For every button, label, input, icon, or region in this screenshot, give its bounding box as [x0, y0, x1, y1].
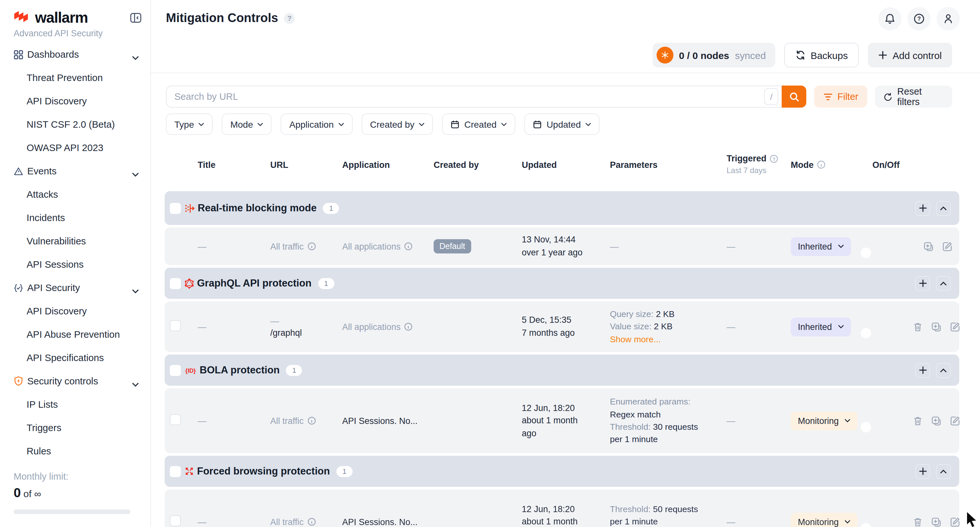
info-circle-icon[interactable]	[307, 416, 316, 425]
col-application: Application	[338, 160, 429, 169]
sidebar-item-rules[interactable]: Rules	[0, 439, 150, 463]
sidebar-item-api-discovery-2[interactable]: API Discovery	[0, 299, 150, 323]
sidebar-item-threat-prevention[interactable]: Threat Prevention	[0, 66, 150, 89]
sidebar-item-api-abuse-prevention[interactable]: API Abuse Prevention	[0, 323, 150, 346]
chevron-down-icon	[419, 122, 425, 126]
group-checkbox[interactable]	[170, 278, 181, 289]
question-circle-icon[interactable]: ?	[769, 154, 778, 163]
user-button[interactable]	[937, 7, 960, 30]
notifications-button[interactable]	[878, 7, 902, 30]
filter-application-dropdown[interactable]: Application	[281, 113, 353, 135]
mode-select[interactable]: Inherited	[791, 317, 851, 336]
delete-icon[interactable]	[913, 321, 923, 332]
chevron-down-icon	[132, 379, 139, 389]
info-circle-icon[interactable]	[404, 322, 413, 331]
calendar-icon	[451, 119, 460, 129]
search-button[interactable]	[782, 86, 806, 108]
info-circle-icon[interactable]	[404, 242, 413, 251]
controls-table: Real-time blocking mode 1 — All traffic	[165, 191, 959, 527]
sidebar-item-incidents[interactable]: Incidents	[0, 206, 150, 229]
sidebar-item-vulnerabilities[interactable]: Vulnerabilities	[0, 229, 150, 253]
group-collapse-button[interactable]	[936, 201, 951, 215]
filter-updated-dropdown[interactable]: Updated	[524, 113, 600, 135]
row-title: —	[193, 242, 266, 251]
sidebar-item-api-specifications[interactable]: API Specifications	[0, 346, 150, 369]
duplicate-icon[interactable]	[931, 321, 942, 332]
row-mode: Monitoring	[786, 513, 868, 527]
collapse-sidebar-icon[interactable]	[130, 12, 142, 24]
filter-type-dropdown[interactable]: Type	[166, 113, 213, 135]
group-header-bola: {ID} BOLA protection 1	[165, 355, 959, 386]
group-checkbox[interactable]	[170, 466, 181, 477]
edit-icon[interactable]	[950, 415, 961, 426]
row-checkbox[interactable]	[170, 320, 181, 331]
info-circle-icon[interactable]	[307, 242, 316, 251]
chevron-down-icon	[501, 122, 507, 126]
sidebar-item-api-security[interactable]: API Security	[0, 276, 150, 299]
filter-button[interactable]: Filter	[814, 86, 867, 108]
control-row-graphql: — — /graphql All applications 5 Dec, 15:…	[165, 301, 959, 352]
edit-icon[interactable]	[942, 241, 953, 252]
info-circle-icon[interactable]	[817, 160, 826, 169]
group-collapse-button[interactable]	[936, 464, 951, 479]
duplicate-icon[interactable]	[923, 241, 934, 252]
group-checkbox[interactable]	[170, 365, 181, 376]
nodes-synced-status[interactable]: 0 / 0 nodes synced	[652, 43, 775, 67]
row-checkbox[interactable]	[170, 414, 181, 425]
delete-icon[interactable]	[913, 415, 923, 426]
sidebar-item-events[interactable]: Events	[0, 159, 150, 183]
sidebar-item-nist-csf[interactable]: NIST CSF 2.0 (Beta)	[0, 113, 150, 136]
sidebar-item-api-sessions[interactable]: API Sessions	[0, 253, 150, 276]
mode-select[interactable]: Monitoring	[791, 411, 858, 430]
row-triggered: —	[722, 242, 786, 251]
chevron-up-icon	[940, 281, 947, 285]
row-mode: Monitoring	[786, 411, 868, 430]
sidebar-item-attacks[interactable]: Attacks	[0, 183, 150, 206]
filter-created-by-dropdown[interactable]: Created by	[362, 113, 433, 135]
group-add-button[interactable]	[915, 464, 930, 479]
graphql-icon	[184, 278, 194, 289]
brand-logo[interactable]: wallarm	[14, 9, 88, 27]
sidebar-item-security-controls[interactable]: Security controls	[0, 369, 150, 393]
sidebar-item-owasp-api[interactable]: OWASP API 2023	[0, 136, 150, 159]
group-header-realtime-blocking: Real-time blocking mode 1	[165, 191, 959, 225]
mode-select[interactable]: Monitoring	[791, 513, 858, 527]
show-more-link[interactable]: Show more...	[610, 334, 661, 344]
row-title: —	[193, 416, 266, 425]
sidebar-item-api-discovery[interactable]: API Discovery	[0, 89, 150, 113]
group-header-graphql: GraphQL API protection 1	[165, 268, 959, 299]
chevron-down-icon	[845, 520, 850, 524]
edit-icon[interactable]	[950, 321, 961, 332]
wallarm-flag-icon	[14, 10, 30, 25]
delete-icon[interactable]	[913, 516, 923, 527]
duplicate-icon[interactable]	[931, 516, 942, 527]
group-collapse-button[interactable]	[936, 276, 951, 291]
chevron-down-icon	[258, 122, 264, 126]
table-header: Title URL Application Created by Updated…	[165, 150, 959, 179]
group-add-button[interactable]	[915, 363, 930, 377]
duplicate-icon[interactable]	[931, 415, 942, 426]
group-collapse-button[interactable]	[936, 363, 951, 377]
title-help-icon[interactable]: ?	[284, 13, 295, 24]
help-button[interactable]: ?	[907, 7, 931, 30]
edit-icon[interactable]	[950, 516, 961, 527]
sidebar-item-ip-lists[interactable]: IP Lists	[0, 393, 150, 416]
mode-select[interactable]: Inherited	[791, 237, 851, 256]
reset-filters-button[interactable]: Reset filters	[875, 86, 952, 108]
group-checkbox[interactable]	[170, 202, 181, 213]
shield-bolt-icon	[14, 376, 24, 386]
plus-icon	[919, 279, 926, 287]
group-add-button[interactable]	[915, 201, 930, 215]
filter-mode-dropdown[interactable]: Mode	[222, 113, 272, 135]
row-url: All traffic	[266, 242, 338, 251]
page-title: Mitigation Controls	[166, 11, 278, 25]
search-input[interactable]	[167, 91, 764, 102]
add-control-button[interactable]: Add control	[868, 43, 952, 67]
row-checkbox[interactable]	[170, 515, 181, 526]
group-add-button[interactable]	[915, 276, 930, 291]
backups-button[interactable]: Backups	[784, 43, 859, 67]
sidebar-item-triggers[interactable]: Triggers	[0, 416, 150, 439]
sidebar-item-dashboards[interactable]: Dashboards	[0, 43, 150, 66]
filter-created-dropdown[interactable]: Created	[442, 113, 515, 135]
info-circle-icon[interactable]	[307, 517, 316, 526]
